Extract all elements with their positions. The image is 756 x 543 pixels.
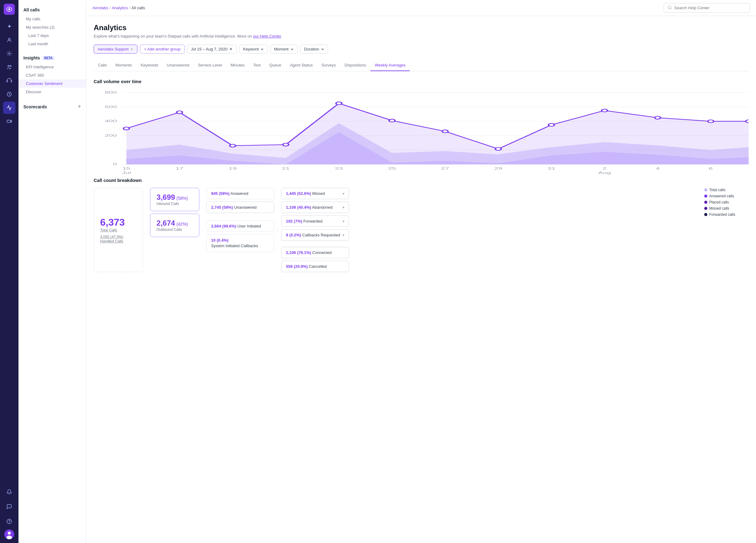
inbound-calls-box: 3,699 (58%) Inbound Calls: [150, 188, 199, 211]
svg-marker-30: [126, 103, 749, 164]
breadcrumb-sep-2: /: [129, 6, 130, 10]
tab-moments[interactable]: Moments: [111, 60, 136, 71]
sidebar-sparkle-icon[interactable]: ✦: [3, 20, 15, 33]
moment-chevron-icon: [291, 48, 294, 51]
tab-dispositions[interactable]: Dispositions: [340, 60, 370, 71]
breakdown-section: Call count breakdown 6,373 Total Calls 3…: [94, 178, 749, 272]
svg-text:Aug: Aug: [598, 171, 611, 175]
sidebar-bottom: [3, 485, 15, 539]
answered-stat: 945 (58%) Answered: [206, 188, 274, 199]
unanswered-stat[interactable]: 2,745 (58%) Unanswered: [206, 202, 274, 213]
svg-point-33: [230, 144, 236, 147]
topbar: Aerolabs / Analytics / All calls: [86, 0, 756, 16]
tab-queue[interactable]: Queue: [265, 60, 286, 71]
group-filter-chip[interactable]: Aerolabs Support ✕: [94, 45, 137, 54]
duration-dropdown[interactable]: Duration: [300, 45, 328, 54]
tab-agent-status[interactable]: Agent Status: [286, 60, 317, 71]
svg-text:31: 31: [547, 167, 555, 171]
svg-point-37: [442, 130, 448, 133]
help-center-link[interactable]: our Help Center: [253, 34, 281, 39]
search-bar[interactable]: [664, 3, 750, 13]
page-title: Analytics: [94, 23, 749, 32]
sidebar-chat-icon[interactable]: [3, 500, 15, 513]
system-callbacks-stat: 10 (0.4%) System Initiated Callbacks: [206, 234, 274, 252]
svg-text:29: 29: [494, 167, 502, 171]
tab-calls[interactable]: Calls: [94, 60, 111, 71]
svg-point-0: [8, 8, 10, 10]
svg-point-4: [10, 65, 11, 67]
svg-point-43: [746, 120, 749, 123]
sidebar-bell-icon[interactable]: [3, 486, 15, 498]
sidebar-contacts-icon[interactable]: [3, 34, 15, 46]
date-chip-close[interactable]: ✕: [229, 47, 233, 51]
tab-surveys[interactable]: Surveys: [317, 60, 340, 71]
svg-text:0: 0: [113, 162, 117, 166]
missed-stat[interactable]: 1,445 (52.6%) Missed ▾: [281, 188, 349, 199]
svg-text:Jul: Jul: [122, 171, 131, 175]
sidebar-settings-icon[interactable]: [3, 47, 15, 60]
chart-legend: Total calls Answered calls Placed calls …: [699, 188, 749, 217]
abandoned-stat[interactable]: 1,108 (40.4%) Abandoned ▾: [281, 202, 349, 213]
legend-forwarded-dot: [704, 213, 707, 216]
nav-my-searches[interactable]: My searches (2): [18, 23, 86, 31]
legend-forwarded-calls: Forwarded calls: [704, 213, 749, 217]
sidebar-video-icon[interactable]: [3, 115, 15, 128]
tab-text[interactable]: Text: [249, 60, 265, 71]
nav-csat-360[interactable]: CSAT 360: [18, 71, 86, 79]
legend-total-dot: [704, 189, 707, 192]
tab-keywords[interactable]: Keywords: [136, 60, 162, 71]
nav-customer-sentiment[interactable]: Customer Sentiment: [18, 79, 86, 88]
beta-badge: BETA: [43, 56, 54, 60]
svg-rect-8: [7, 120, 10, 123]
sidebar: ✦: [0, 0, 18, 543]
sidebar-help-icon[interactable]: [3, 515, 15, 528]
nav-my-calls[interactable]: My calls: [18, 15, 86, 23]
sidebar-headset-icon[interactable]: [3, 75, 15, 87]
add-group-button[interactable]: + Add another group: [140, 45, 184, 54]
svg-rect-6: [11, 80, 12, 82]
moment-label: Moment: [274, 47, 289, 51]
scorecards-header[interactable]: Scorecards +: [18, 101, 86, 112]
group-chip-close[interactable]: ✕: [130, 47, 133, 51]
svg-line-16: [671, 8, 672, 9]
moment-dropdown[interactable]: Moment: [270, 45, 298, 54]
analytics-tabs: Calls Moments Keywords Unanswered Servic…: [94, 60, 749, 71]
sidebar-logo[interactable]: [4, 4, 15, 15]
sidebar-avatar[interactable]: [4, 529, 14, 539]
svg-point-13: [8, 532, 11, 535]
date-range-chip[interactable]: Jul 15 – Aug 7, 2020 ✕: [187, 45, 237, 54]
svg-text:25: 25: [388, 167, 396, 171]
nav-all-calls[interactable]: All calls: [18, 5, 86, 15]
legend-missed-dot: [704, 207, 707, 210]
svg-text:6: 6: [709, 167, 713, 171]
search-input[interactable]: [674, 6, 746, 10]
nav-last-7-days[interactable]: Last 7 days: [18, 31, 86, 40]
tab-unanswered[interactable]: Unanswered: [162, 60, 193, 71]
svg-point-36: [389, 119, 395, 122]
svg-text:19: 19: [229, 167, 237, 171]
nav-kpi-intelligence[interactable]: KPI Intelligence: [18, 63, 86, 71]
breadcrumb: Aerolabs / Analytics / All calls: [92, 6, 145, 10]
duration-label: Duration: [304, 47, 319, 51]
svg-point-15: [668, 6, 671, 9]
keyword-chevron-icon: [261, 48, 264, 51]
tab-minutes[interactable]: Minutes: [226, 60, 249, 71]
tab-service-level[interactable]: Service Level: [193, 60, 226, 71]
forwarded-stat[interactable]: 192 (7%) Forwarded ▾: [281, 216, 349, 227]
nav-discover[interactable]: Discover: [18, 88, 86, 96]
sidebar-history-icon[interactable]: [3, 88, 15, 100]
search-icon: [668, 5, 672, 10]
tab-weekly-averages[interactable]: Weekly Averages: [370, 60, 410, 71]
main-area: Aerolabs / Analytics / All calls Analyti…: [86, 0, 756, 543]
sidebar-team-icon[interactable]: [3, 61, 15, 73]
scorecards-add-icon[interactable]: +: [78, 103, 81, 110]
keyword-dropdown[interactable]: Keyword: [239, 45, 268, 54]
nav-last-month[interactable]: Last month: [18, 40, 86, 48]
svg-point-41: [655, 116, 660, 119]
breadcrumb-root[interactable]: Aerolabs: [92, 6, 108, 10]
svg-text:400: 400: [105, 119, 117, 123]
sidebar-analytics-icon[interactable]: [3, 102, 15, 114]
outbound-calls-box: 2,674 (42%) Outbound Calls: [150, 214, 199, 237]
callbacks-requested-stat[interactable]: 9 (0.2%) Callbacks Requested ▾: [281, 229, 349, 241]
breadcrumb-analytics[interactable]: Analytics: [112, 6, 128, 10]
